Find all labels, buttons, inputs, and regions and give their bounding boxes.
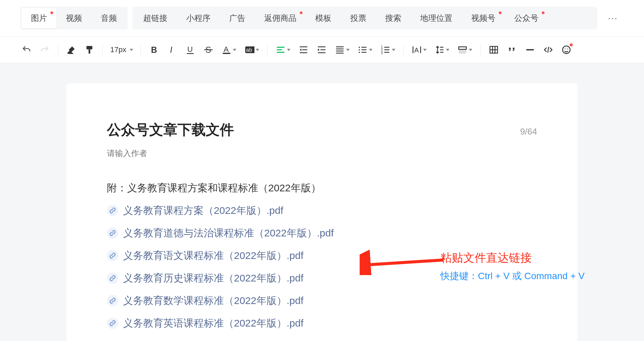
title-input[interactable]: 公众号文章下载文件 bbox=[107, 120, 513, 139]
line-height-button[interactable] bbox=[433, 43, 451, 57]
annotation-text-red: 粘贴文件直达链接 bbox=[440, 250, 532, 266]
svg-rect-1 bbox=[89, 49, 90, 54]
chevron-down-icon bbox=[446, 49, 449, 51]
link-icon bbox=[107, 317, 118, 329]
bullet-list-button[interactable] bbox=[356, 43, 374, 57]
insert-toolbar: 图片视频音频 超链接小程序广告返佣商品模板投票搜索地理位置视频号公众号 ··· bbox=[0, 0, 644, 36]
svg-line-51 bbox=[548, 47, 549, 53]
file-link-text: 义务教育语文课程标准（2022年版）.pdf bbox=[123, 246, 304, 265]
font-size-select[interactable]: 17px bbox=[109, 45, 134, 54]
font-size-value: 17px bbox=[110, 45, 126, 54]
editor-paper[interactable]: 公众号文章下载文件 9/64 附：义务教育课程方案和课程标准（2022年版） 义… bbox=[67, 83, 577, 341]
file-link-text: 义务教育道德与法治课程标准（2022年版）.pdf bbox=[123, 223, 334, 242]
file-link-text: 义务教育数学课程标准（2022年版）.pdf bbox=[123, 291, 304, 310]
link-icon bbox=[107, 250, 118, 261]
link-icon bbox=[107, 227, 118, 239]
clear-format-button[interactable] bbox=[64, 43, 78, 57]
media-tab-2[interactable]: 音频 bbox=[91, 8, 126, 28]
separator bbox=[140, 44, 141, 55]
divider-button[interactable] bbox=[523, 43, 537, 57]
highlight-color-button[interactable]: ab bbox=[242, 43, 261, 57]
file-link-row[interactable]: 义务教育英语课程标准（2022年版）.pdf bbox=[107, 313, 537, 333]
insert-tab-5[interactable]: 投票 bbox=[341, 8, 376, 28]
editor-canvas: 公众号文章下载文件 9/64 附：义务教育课程方案和课程标准（2022年版） 义… bbox=[0, 63, 644, 341]
paragraph-spacing-button[interactable] bbox=[333, 43, 352, 57]
separator bbox=[480, 44, 481, 55]
format-toolbar-wrap: 17px B I U S A ab 123 A bbox=[0, 36, 644, 63]
svg-point-27 bbox=[359, 52, 360, 53]
background-color-button[interactable] bbox=[455, 43, 474, 57]
author-input[interactable] bbox=[107, 149, 537, 158]
annotation-arrow bbox=[360, 241, 447, 275]
file-link-row[interactable]: 义务教育数学课程标准（2022年版）.pdf bbox=[107, 291, 537, 310]
separator bbox=[58, 44, 58, 55]
chevron-down-icon bbox=[130, 49, 133, 51]
table-button[interactable] bbox=[487, 43, 501, 57]
svg-point-54 bbox=[567, 48, 568, 49]
blockquote-button[interactable] bbox=[505, 43, 519, 57]
svg-point-53 bbox=[565, 48, 566, 49]
more-icon[interactable]: ··· bbox=[602, 8, 624, 28]
link-icon bbox=[107, 272, 118, 284]
file-link-row[interactable]: 义务教育道德与法治课程标准（2022年版）.pdf bbox=[107, 223, 537, 242]
svg-text:I: I bbox=[170, 45, 172, 54]
attachment-heading: 附：义务教育课程方案和课程标准（2022年版） bbox=[107, 178, 537, 197]
redo-button[interactable] bbox=[38, 43, 52, 57]
chevron-down-icon bbox=[423, 49, 427, 51]
format-painter-button[interactable] bbox=[82, 43, 96, 57]
code-button[interactable] bbox=[541, 43, 555, 57]
insert-tab-4[interactable]: 模板 bbox=[306, 8, 341, 28]
chevron-down-icon bbox=[469, 49, 472, 51]
media-tab-1[interactable]: 视频 bbox=[56, 8, 91, 28]
notification-dot bbox=[570, 43, 573, 46]
italic-button[interactable]: I bbox=[165, 43, 179, 57]
svg-rect-45 bbox=[458, 47, 466, 49]
svg-line-56 bbox=[365, 260, 444, 265]
notification-dot bbox=[50, 11, 53, 14]
chevron-down-icon bbox=[287, 49, 290, 51]
ordered-list-button[interactable]: 123 bbox=[378, 43, 397, 57]
file-link-text: 义务教育历史课程标准（2022年版）.pdf bbox=[123, 268, 304, 288]
insert-tab-3[interactable]: 返佣商品 bbox=[255, 8, 306, 28]
bold-button[interactable]: B bbox=[147, 43, 161, 57]
strikethrough-button[interactable]: S bbox=[201, 43, 215, 57]
link-icon bbox=[107, 295, 118, 306]
text-color-button[interactable]: A bbox=[219, 43, 238, 57]
insert-tab-2[interactable]: 广告 bbox=[220, 8, 255, 28]
align-left-button[interactable] bbox=[274, 43, 292, 57]
chevron-down-icon bbox=[392, 49, 395, 51]
title-char-counter: 9/64 bbox=[520, 126, 537, 137]
chevron-down-icon bbox=[346, 49, 350, 51]
annotation-text-blue: 快捷键：Ctrl + V 或 Command + V bbox=[440, 270, 585, 282]
file-link-row[interactable]: 义务教育课程方案（2022年版）.pdf bbox=[107, 201, 537, 220]
svg-point-26 bbox=[359, 49, 360, 50]
media-tab-0[interactable]: 图片 bbox=[22, 8, 56, 28]
emoji-button[interactable] bbox=[559, 43, 573, 57]
underline-button[interactable]: U bbox=[183, 43, 197, 57]
svg-point-25 bbox=[359, 47, 360, 48]
format-toolbar: 17px B I U S A ab 123 A bbox=[0, 37, 644, 63]
insert-tab-0[interactable]: 超链接 bbox=[134, 8, 177, 28]
separator bbox=[267, 44, 268, 55]
indent-decrease-button[interactable] bbox=[296, 43, 311, 57]
undo-button[interactable] bbox=[19, 43, 34, 57]
notification-dot bbox=[542, 11, 545, 14]
letter-spacing-button[interactable]: A bbox=[410, 43, 429, 57]
svg-rect-0 bbox=[86, 46, 92, 49]
insert-tab-group: 超链接小程序广告返佣商品模板投票搜索地理位置视频号公众号 bbox=[132, 7, 597, 30]
indent-increase-button[interactable] bbox=[315, 43, 329, 57]
insert-tab-7[interactable]: 地理位置 bbox=[411, 8, 462, 28]
svg-text:A: A bbox=[414, 46, 419, 54]
notification-dot bbox=[499, 11, 501, 14]
insert-tab-8[interactable]: 视频号 bbox=[462, 8, 505, 28]
svg-point-52 bbox=[562, 46, 570, 54]
svg-text:B: B bbox=[151, 45, 157, 54]
insert-tab-9[interactable]: 公众号 bbox=[505, 8, 548, 28]
file-link-text: 义务教育课程方案（2022年版）.pdf bbox=[123, 201, 283, 220]
svg-text:A: A bbox=[224, 45, 229, 53]
chevron-down-icon bbox=[233, 49, 236, 51]
insert-tab-1[interactable]: 小程序 bbox=[177, 8, 220, 28]
insert-tab-6[interactable]: 搜索 bbox=[376, 8, 411, 28]
notification-dot bbox=[300, 11, 303, 14]
media-tab-group: 图片视频音频 bbox=[20, 7, 128, 30]
